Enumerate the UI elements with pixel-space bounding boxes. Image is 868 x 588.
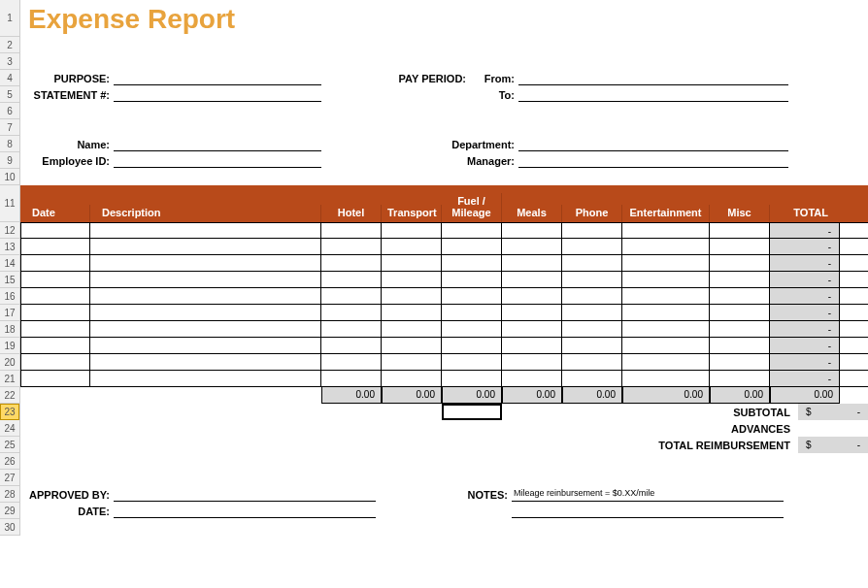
- sum-row: 0.00 0.00 0.00 0.00 0.00 0.00 0.00 0.00: [20, 387, 868, 404]
- row-header[interactable]: 17: [0, 305, 19, 321]
- th-hotel: Hotel: [321, 205, 382, 222]
- sum-meals: 0.00: [502, 387, 562, 404]
- name-input[interactable]: [114, 138, 321, 151]
- row-header[interactable]: 28: [0, 486, 19, 503]
- notes-text[interactable]: Mileage reinbursement = $0.XX/mile: [512, 488, 784, 502]
- manager-label: Manager:: [380, 155, 518, 167]
- sum-misc: 0.00: [710, 387, 770, 404]
- th-entertainment: Entertainment: [622, 205, 710, 222]
- to-input[interactable]: [518, 88, 788, 102]
- row-header[interactable]: 10: [0, 169, 19, 185]
- reimbursement-value: $-: [798, 437, 868, 453]
- table-row[interactable]: -: [20, 255, 868, 272]
- row-header[interactable]: 20: [0, 354, 19, 371]
- row-header-selected[interactable]: 23: [0, 404, 19, 420]
- row-header[interactable]: 19: [0, 338, 19, 354]
- notes-label: NOTES:: [444, 489, 512, 501]
- date-label: DATE:: [20, 506, 114, 517]
- row-header[interactable]: 25: [0, 437, 19, 453]
- notes-line2[interactable]: [512, 505, 784, 518]
- spreadsheet-content[interactable]: Expense Report PURPOSE: PAY PERIOD: From…: [20, 0, 868, 536]
- row-header[interactable]: 13: [0, 239, 19, 255]
- purpose-label: PURPOSE:: [20, 73, 114, 84]
- approvedby-input[interactable]: [114, 488, 376, 502]
- purpose-input[interactable]: [114, 72, 321, 85]
- employeeid-input[interactable]: [114, 154, 321, 168]
- statement-input[interactable]: [114, 88, 321, 102]
- th-meals: Meals: [502, 205, 562, 222]
- row-header[interactable]: 29: [0, 503, 19, 519]
- row-header[interactable]: 8: [0, 136, 19, 152]
- row-header[interactable]: 11: [0, 185, 19, 222]
- table-row[interactable]: -: [20, 371, 868, 387]
- row-header[interactable]: 2: [0, 37, 19, 53]
- th-fuel: Fuel / Mileage: [442, 193, 502, 222]
- advances-label: ADVANCES: [731, 423, 798, 435]
- from-label: From:: [470, 73, 518, 84]
- th-misc: Misc: [710, 205, 770, 222]
- row-header[interactable]: 6: [0, 103, 19, 119]
- department-label: Department:: [380, 139, 518, 150]
- payperiod-label: PAY PERIOD:: [380, 73, 470, 84]
- table-row[interactable]: -: [20, 354, 868, 371]
- sum-transport: 0.00: [382, 387, 442, 404]
- sum-entertainment: 0.00: [622, 387, 710, 404]
- row-header[interactable]: 24: [0, 420, 19, 437]
- row-header[interactable]: 14: [0, 255, 19, 272]
- sum-phone: 0.00: [562, 387, 622, 404]
- row-header[interactable]: 5: [0, 86, 19, 103]
- th-date: Date: [20, 205, 90, 222]
- table-row[interactable]: -: [20, 222, 868, 239]
- th-phone: Phone: [562, 205, 622, 222]
- row-header[interactable]: 15: [0, 272, 19, 288]
- date-input[interactable]: [114, 505, 376, 518]
- row-header[interactable]: 30: [0, 519, 19, 536]
- table-row[interactable]: -: [20, 272, 868, 288]
- th-total: TOTAL: [770, 205, 840, 222]
- table-row[interactable]: -: [20, 305, 868, 321]
- reimbursement-label: TOTAL REIMBURSEMENT: [658, 440, 798, 451]
- department-input[interactable]: [518, 138, 788, 151]
- approvedby-label: APPROVED BY:: [20, 489, 114, 501]
- manager-input[interactable]: [518, 154, 788, 168]
- row-header[interactable]: 18: [0, 321, 19, 338]
- th-description: Description: [90, 205, 321, 222]
- from-input[interactable]: [518, 72, 788, 85]
- to-label: To:: [470, 89, 518, 101]
- row-header[interactable]: 27: [0, 470, 19, 486]
- employeeid-label: Employee ID:: [20, 155, 114, 167]
- sum-hotel: 0.00: [321, 387, 382, 404]
- table-row[interactable]: -: [20, 239, 868, 255]
- statement-label: STATEMENT #:: [20, 89, 114, 101]
- row-header[interactable]: 22: [0, 387, 19, 404]
- th-transport: Transport: [382, 205, 442, 222]
- sum-fuel: 0.00: [442, 387, 502, 404]
- subtotal-value: $-: [798, 404, 868, 420]
- row-headers: 1 2 3 4 5 6 7 8 9 10 11 12 13 14 15 16 1…: [0, 0, 20, 536]
- row-header[interactable]: 12: [0, 222, 19, 239]
- report-title: Expense Report: [20, 0, 868, 37]
- row-header[interactable]: 26: [0, 453, 19, 470]
- table-header: Date Description Hotel Transport Fuel / …: [20, 185, 868, 222]
- row-header[interactable]: 3: [0, 53, 19, 70]
- table-row[interactable]: -: [20, 288, 868, 305]
- table-row[interactable]: -: [20, 338, 868, 354]
- row-header[interactable]: 9: [0, 152, 19, 169]
- name-label: Name:: [20, 139, 114, 150]
- subtotal-label: SUBTOTAL: [733, 407, 798, 418]
- row-header[interactable]: 16: [0, 288, 19, 305]
- table-row[interactable]: -: [20, 321, 868, 338]
- row-header[interactable]: 1: [0, 0, 19, 37]
- row-header[interactable]: 21: [0, 371, 19, 387]
- row-header[interactable]: 7: [0, 119, 19, 136]
- row-header[interactable]: 4: [0, 70, 19, 86]
- sum-total: 0.00: [770, 387, 840, 404]
